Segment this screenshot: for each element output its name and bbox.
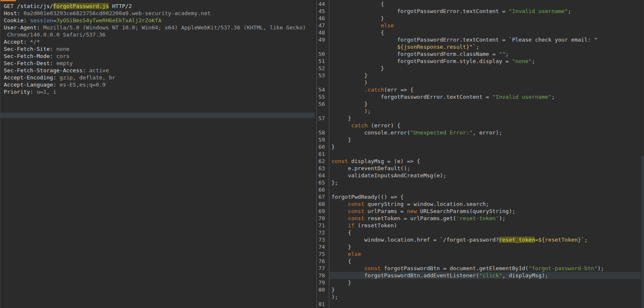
request-line[interactable]: Cookie: session=3yOSiBmsS4yTweRH6eEkTxAl… bbox=[4, 17, 315, 24]
code-row[interactable]: forgotPasswordError.textContent = `Pleas… bbox=[329, 36, 641, 43]
text-segment: } bbox=[331, 15, 384, 21]
request-line[interactable]: Priority: u=1, i bbox=[4, 88, 315, 95]
code-row[interactable]: else bbox=[329, 250, 641, 258]
request-line[interactable]: Sec-Fetch-Mode: cors bbox=[4, 53, 315, 60]
code-row[interactable]: } bbox=[329, 136, 641, 143]
line-number: 77 bbox=[317, 265, 329, 272]
text-segment: ); bbox=[499, 215, 506, 221]
code-row[interactable]: ); bbox=[329, 293, 641, 300]
code-row[interactable]: e.preventDefault(); bbox=[329, 165, 641, 172]
request-line[interactable]: GET /static/js/forgotPassword.js HTTP/2 bbox=[4, 3, 315, 10]
code-row-current[interactable]: forgotPasswordBtn.addEventListener("clic… bbox=[329, 272, 641, 279]
code-row[interactable]: } bbox=[329, 72, 641, 79]
code-row[interactable]: } bbox=[329, 115, 641, 122]
code-row[interactable]: catch (error) { bbox=[329, 122, 641, 129]
text-segment: console.error( bbox=[331, 129, 410, 136]
text-segment: (error) { bbox=[368, 122, 400, 129]
request-tab-indicator[interactable] bbox=[0, 0, 16, 1]
code-row[interactable]: const forgotPasswordBtn = document.getEl… bbox=[329, 265, 641, 272]
request-line[interactable] bbox=[4, 110, 315, 117]
code-row[interactable]: } bbox=[329, 279, 641, 286]
request-line[interactable] bbox=[4, 103, 315, 110]
request-line[interactable]: Chrome/140.0.0.0 Safari/537.36 bbox=[4, 31, 315, 38]
text-segment: es-ES,es;q=0.9 bbox=[56, 82, 105, 88]
text-segment: ; bbox=[551, 94, 555, 100]
line-number bbox=[317, 43, 329, 50]
request-line[interactable]: Host: 0a2d001e03293ce6823756cd002200a9.w… bbox=[4, 10, 315, 17]
text-segment bbox=[331, 208, 348, 214]
text-segment: ${jsonResponse.result} bbox=[397, 44, 469, 50]
code-row[interactable]: forgotPasswordForm.className = ""; bbox=[329, 50, 641, 58]
code-row[interactable]: forgotPasswordForm.style.display = "none… bbox=[329, 58, 641, 65]
javascript-code-area[interactable]: { forgotPasswordError.textContent = "Inv… bbox=[329, 0, 641, 308]
scrollbar-thumb[interactable] bbox=[641, 156, 644, 308]
code-row[interactable] bbox=[329, 186, 641, 193]
text-segment: catch bbox=[351, 122, 368, 129]
code-row[interactable]: const urlParams = new URLSearchParams(qu… bbox=[329, 208, 641, 215]
code-row[interactable]: { bbox=[329, 229, 641, 236]
code-row[interactable]: window.location.href = `/forgot-password… bbox=[329, 236, 641, 243]
code-row[interactable]: ${jsonResponse.result}"`; bbox=[329, 43, 641, 50]
text-segment: "" bbox=[499, 51, 506, 57]
vertical-scrollbar[interactable] bbox=[641, 0, 644, 308]
code-row[interactable]: forgotPasswordError.textContent = "Inval… bbox=[329, 93, 641, 100]
text-segment: "click" bbox=[479, 272, 502, 279]
code-row[interactable]: if (resetToken) bbox=[329, 222, 641, 229]
text-segment: validateInputsAndCreateMsg(e); bbox=[331, 172, 446, 179]
code-row[interactable]: } bbox=[329, 243, 641, 250]
request-line[interactable]: Accept-Encoding: gzip, deflate, br bbox=[4, 74, 315, 81]
text-segment: new bbox=[407, 208, 417, 214]
text-segment: none bbox=[53, 46, 69, 52]
text-segment: else bbox=[348, 251, 361, 257]
code-row[interactable]: const resetToken = urlParams.get('reset-… bbox=[329, 215, 641, 222]
request-line[interactable]: Sec-Fetch-Site: none bbox=[4, 45, 315, 53]
line-number: 59 bbox=[317, 136, 329, 143]
response-editor[interactable]: 4445464748495051525354555657585960616263… bbox=[315, 0, 644, 308]
text-segment: "forgot-password-btn" bbox=[529, 265, 597, 271]
code-row[interactable]: console.error("Unexpected Error:", error… bbox=[329, 129, 641, 136]
code-row[interactable]: validateInputsAndCreateMsg(e); bbox=[329, 172, 641, 179]
request-line[interactable]: Accept-Language: es-ES,es;q=0.9 bbox=[4, 81, 315, 88]
code-row[interactable]: const displayMsg = (e) => { bbox=[329, 158, 641, 165]
code-row[interactable]: }; bbox=[329, 179, 641, 186]
text-segment: const bbox=[331, 158, 348, 164]
text-segment: u=1, i bbox=[33, 89, 56, 95]
code-row[interactable] bbox=[329, 300, 641, 308]
line-number bbox=[317, 122, 329, 129]
text-segment bbox=[27, 17, 30, 24]
code-row[interactable]: } bbox=[329, 15, 641, 22]
code-row[interactable]: ) bbox=[329, 79, 641, 86]
code-row[interactable]: else bbox=[329, 22, 641, 29]
code-row[interactable]: { bbox=[329, 0, 641, 8]
text-segment: (resetToken) bbox=[355, 222, 397, 229]
request-line[interactable] bbox=[4, 95, 315, 103]
text-segment: GET /static/js/ bbox=[4, 3, 53, 9]
code-row[interactable]: forgotPasswordError.textContent = "Inval… bbox=[329, 8, 641, 15]
line-number: 71 bbox=[317, 222, 329, 229]
code-row[interactable] bbox=[329, 150, 641, 158]
request-editor[interactable]: GET /static/js/forgotPassword.js HTTP/2H… bbox=[0, 0, 315, 308]
line-number: 54 bbox=[317, 86, 329, 93]
http-request-text[interactable]: GET /static/js/forgotPassword.js HTTP/2H… bbox=[4, 3, 315, 117]
code-row[interactable]: } bbox=[329, 65, 641, 72]
text-segment: Priority: bbox=[4, 89, 33, 95]
code-row[interactable]: forgotPwdReady(() => { bbox=[329, 193, 641, 200]
code-row[interactable]: } bbox=[329, 100, 641, 108]
request-line[interactable]: Accept: */* bbox=[4, 38, 315, 45]
code-row[interactable]: } bbox=[329, 143, 641, 150]
code-row[interactable]: { bbox=[329, 258, 641, 265]
text-segment: forgotPasswordError.textContent = `Pleas… bbox=[331, 37, 597, 43]
request-line[interactable]: User-Agent: Mozilla/5.0 (Windows NT 10.0… bbox=[4, 24, 315, 31]
request-line[interactable]: Sec-Fetch-Storage-Access: active bbox=[4, 67, 315, 74]
text-segment: } bbox=[331, 72, 368, 79]
line-number: 60 bbox=[317, 143, 329, 150]
code-row[interactable]: { bbox=[329, 29, 641, 36]
code-row[interactable]: .catch(err => { bbox=[329, 86, 641, 93]
text-segment: ; bbox=[506, 51, 509, 57]
code-row[interactable]: const queryString = window.location.sear… bbox=[329, 200, 641, 208]
request-line[interactable]: Sec-Fetch-Dest: empty bbox=[4, 60, 315, 67]
code-row[interactable]: ); bbox=[329, 108, 641, 115]
text-segment: , displayMsg); bbox=[502, 272, 548, 279]
line-number: 45 bbox=[317, 8, 329, 15]
code-row[interactable]: } bbox=[329, 286, 641, 293]
